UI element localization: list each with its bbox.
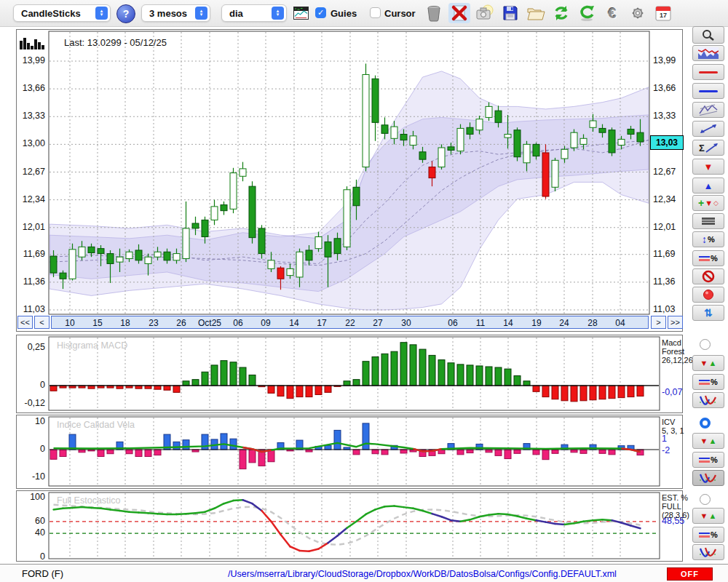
cursor-label: Cursor (384, 8, 416, 19)
snapshot-icon (475, 4, 494, 22)
auto-trendline-tool-button[interactable]: Σ (692, 140, 724, 156)
curve-icon (698, 394, 719, 407)
sync-icon: ⇅ (704, 308, 713, 318)
stoch-percent-lines-button[interactable]: % (692, 527, 724, 543)
price-chart-area[interactable] (50, 33, 649, 314)
guies-checkbox[interactable]: ✓ (315, 7, 326, 18)
macd-curve-button[interactable] (692, 392, 724, 408)
buy-arrow-tool-button[interactable]: ▲ (692, 178, 724, 194)
save-button[interactable] (499, 3, 521, 23)
macd-panel-area[interactable] (50, 338, 660, 410)
current-price-badge: 13,03 (650, 135, 684, 150)
downarrow-icon: ▼ (704, 162, 713, 172)
refresh-button[interactable] (550, 3, 572, 23)
calendar-icon: 17 (655, 5, 671, 21)
channel-tool-button[interactable] (692, 102, 724, 118)
pricepanel-icon (698, 47, 719, 59)
svg-text:17: 17 (660, 12, 667, 19)
trash-button[interactable] (423, 3, 445, 23)
stoch-panel-area[interactable] (50, 493, 660, 559)
macd-panel-radio[interactable] (700, 339, 711, 350)
chart-window-icon (293, 7, 309, 20)
trendline-icon (699, 123, 718, 135)
zoom-tool-button[interactable] (692, 26, 724, 44)
icv-percent-lines-button[interactable]: % (692, 452, 724, 468)
noentry-icon (702, 270, 715, 283)
levels-icon (702, 217, 715, 226)
blueline-icon (699, 90, 718, 92)
settings-button[interactable] (627, 3, 649, 23)
pctlines-icon: % (699, 254, 718, 263)
scroll-last-button[interactable]: >> (668, 316, 683, 329)
icv-curve-button[interactable] (692, 470, 724, 486)
uparrow-icon: ▲ (704, 181, 713, 191)
macd-percent-lines-button[interactable]: % (692, 374, 724, 390)
scroll-first-button[interactable]: << (17, 316, 33, 329)
icv-panel-radio[interactable] (700, 418, 711, 428)
chart-type-select[interactable]: CandleSticks ▲▼ (13, 4, 111, 22)
period-select[interactable]: 3 mesos ▲▼ (141, 4, 210, 22)
stoch-panel-radio[interactable] (700, 494, 711, 505)
euro-icon: € (608, 5, 616, 22)
revert-button[interactable] (576, 3, 598, 23)
trendline-tool-button[interactable] (692, 121, 724, 137)
delete-chart-button[interactable] (448, 3, 470, 23)
macd-signal-arrows-button[interactable]: ▼▲ (692, 355, 724, 371)
date-scroll-strip[interactable] (51, 316, 649, 329)
snapshot-button[interactable] (474, 3, 496, 23)
horizontal-line-blue-tool-button[interactable] (692, 83, 724, 99)
levels-tool-button[interactable] (692, 213, 724, 229)
icv-signal-arrows-button[interactable]: ▼▲ (692, 433, 724, 449)
period-value: 3 mesos (149, 8, 187, 19)
price-panel-tool-button[interactable] (692, 45, 724, 61)
updown-icon: ▼▲ (700, 512, 717, 520)
calendar-button[interactable]: 17 (652, 3, 674, 23)
settings-icon (629, 4, 646, 22)
toolbar-icon-row: €17 (423, 3, 674, 23)
scroll-prev-button[interactable]: < (34, 316, 50, 329)
pctlines-icon: % (699, 530, 718, 539)
interval-select[interactable]: dia ▲▼ (221, 4, 287, 22)
chevron-updown-icon: ▲▼ (95, 7, 108, 20)
open-icon (526, 5, 545, 21)
pctlines-icon: % (699, 455, 718, 464)
horizontal-line-red-tool-button[interactable] (692, 64, 724, 80)
range-percent-tool-button[interactable]: ↕% (692, 231, 724, 247)
symbol-label: FORD (F) (22, 568, 63, 579)
icv-panel-area[interactable] (50, 418, 660, 486)
chevron-updown-icon: ▲▼ (195, 7, 207, 20)
question-icon: ? (123, 8, 130, 20)
updown-icon: ▼▲ (700, 359, 717, 367)
record-icon (703, 289, 714, 300)
zoom-icon (701, 28, 716, 41)
interval-value: dia (229, 8, 243, 19)
cursor-checkbox[interactable] (370, 7, 381, 18)
trading-app-window: { "glyphs":{"question":"?","check":"✓","… (0, 0, 728, 582)
config-path-label: /Users/mserra/Library/CloudStorage/Dropb… (182, 569, 662, 579)
sync-tool-button[interactable]: ⇅ (692, 305, 724, 321)
stoch-signal-arrows-button[interactable]: ▼▲ (692, 508, 724, 524)
curve-icon (698, 546, 719, 559)
record-tool-button[interactable] (692, 287, 724, 303)
updown-icon: ▼▲ (700, 437, 717, 445)
check-icon: ✓ (317, 8, 324, 17)
sumtrend-icon: Σ (698, 142, 719, 154)
off-toggle[interactable]: OFF (667, 567, 713, 581)
svg-text:Σ: Σ (699, 143, 705, 154)
chart-window-button[interactable] (293, 7, 309, 23)
scroll-next-button[interactable]: > (651, 316, 666, 329)
redline-icon (699, 71, 718, 73)
trash-icon (426, 4, 442, 22)
add-signals-tool-button[interactable]: +▼◇ (692, 195, 724, 211)
refresh-icon (553, 4, 570, 22)
status-bar: FORD (F) /Users/mserra/Library/CloudStor… (0, 564, 728, 582)
open-button[interactable] (525, 3, 547, 23)
stoch-curve-button[interactable] (692, 544, 724, 560)
help-button[interactable]: ? (116, 4, 135, 23)
euro-button[interactable]: € (601, 3, 623, 23)
sell-arrow-tool-button[interactable]: ▼ (692, 159, 724, 175)
guies-label: Guies (331, 8, 357, 19)
addsignals-icon: +▼◇ (698, 198, 719, 208)
percent-lines-tool-button[interactable]: % (692, 250, 724, 266)
disable-tool-button[interactable] (692, 268, 724, 284)
